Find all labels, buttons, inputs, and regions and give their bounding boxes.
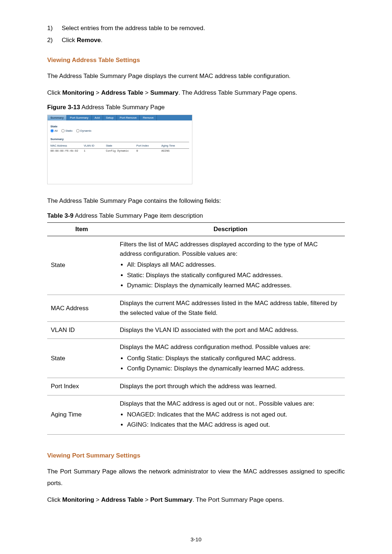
summary-label: Summary [50, 138, 189, 142]
col-vlan: VLAN ID [84, 143, 106, 149]
item-cell: Aging Time [47, 395, 116, 434]
table-row: StateFilters the list of MAC addresses d… [47, 236, 345, 295]
section-heading-viewing-port-summary: Viewing Port Summary Settings [47, 452, 345, 459]
description-cell: Displays the port through which the addr… [116, 378, 345, 395]
col-port: Port Index [136, 143, 162, 149]
radio-dynamic-input[interactable] [76, 129, 79, 132]
description-lead: Displays the VLAN ID associated with the… [120, 325, 341, 335]
radio-all[interactable]: All [50, 129, 58, 132]
item-cell: Port Index [47, 378, 116, 395]
table-row: Port IndexDisplays the port through whic… [47, 378, 345, 395]
tabs-fill [157, 115, 192, 120]
description-cell: Displays that the MAC address is aged ou… [116, 395, 345, 434]
text: . The Address Table Summary Page opens. [179, 89, 297, 96]
radio-static-label: Static [65, 129, 73, 132]
th-item: Item [47, 222, 116, 236]
tab-remove[interactable]: Remove [140, 115, 157, 120]
figure-caption: Figure 3-13 Address Table Summary Page [47, 104, 345, 111]
ui-tabs: Summary Port Summary Add Setup Port Remo… [48, 115, 192, 120]
bullet-item: NOAGED: Indicates that the MAC address i… [127, 410, 341, 419]
step-1: 1) Select entries from the address table… [47, 23, 345, 34]
summary-grid: MAC Address VLAN ID State Port Index Agi… [50, 143, 189, 153]
table-row: Aging TimeDisplays that the MAC address … [47, 395, 345, 434]
tab-setup[interactable]: Setup [103, 115, 117, 120]
document-page: 1) Select entries from the address table… [0, 0, 392, 554]
nav-monitoring: Monitoring [62, 496, 94, 503]
table-row: StateDisplays the MAC address configurat… [47, 339, 345, 378]
text: Select entries from the address table to… [62, 25, 205, 32]
description-lead: Displays the MAC address configuration m… [120, 342, 341, 352]
description-lead: Displays that the MAC address is aged ou… [120, 399, 341, 409]
cell-port: 0 [136, 149, 162, 153]
paragraph: The Address Table Summary Page displays … [47, 70, 345, 82]
tab-summary[interactable]: Summary [48, 115, 67, 120]
description-lead: Displays the current MAC addresses liste… [120, 299, 341, 318]
cell-aging: AGING [162, 149, 189, 153]
radio-all-input[interactable] [50, 129, 54, 132]
paragraph: The Address Table Summary Page contains … [47, 195, 345, 207]
step-2: 2) Click Remove. [47, 35, 345, 46]
description-table: Item Description StateFilters the list o… [47, 222, 345, 435]
description-bullets: Config Static: Displays the statically c… [120, 354, 341, 374]
table-title: Address Table Summary Page item descript… [73, 212, 203, 219]
text: Click [47, 89, 62, 96]
th-desc: Description [116, 222, 345, 236]
figure-title: Address Table Summary Page [80, 104, 165, 111]
nav-summary: Summary [150, 89, 178, 96]
step-text: Select entries from the address table to… [62, 23, 345, 34]
text-post: . [101, 37, 103, 44]
bullet-item: Config Dynamic: Displays the dynamically… [127, 364, 341, 373]
item-cell: State [47, 339, 116, 378]
step-text: Click Remove. [62, 35, 345, 46]
radio-dynamic-label: Dynamic [80, 129, 91, 132]
item-cell: MAC Address [47, 295, 116, 322]
tab-port-summary[interactable]: Port Summary [67, 115, 91, 120]
table-label: Table 3-9 [47, 212, 73, 219]
bullet-item: Dynamic: Displays the dynamically learne… [127, 281, 341, 290]
cell-mac: 00:08:08:f6:4b:92 [50, 149, 84, 153]
paragraph-breadcrumb-2: Click Monitoring > Address Table > Port … [47, 494, 345, 506]
figure-label: Figure 3-13 [47, 104, 80, 111]
remove-bold: Remove [77, 37, 101, 44]
description-lead: Filters the list of MAC addresses displa… [120, 240, 341, 259]
radio-static-input[interactable] [61, 129, 65, 132]
cell-vlan: 1 [84, 149, 106, 153]
separator: > [94, 89, 101, 96]
description-lead: Displays the port through which the addr… [120, 382, 341, 391]
bullet-item: AGING: Indicates that the MAC address is… [127, 420, 341, 430]
separator: > [94, 496, 101, 503]
paragraph: The Port Summary Page allows the network… [47, 466, 345, 489]
description-cell: Displays the current MAC addresses liste… [116, 295, 345, 322]
text: Click [47, 496, 62, 503]
paragraph-breadcrumb: Click Monitoring > Address Table > Summa… [47, 87, 345, 99]
text-pre: Click [62, 37, 77, 44]
bullet-item: All: Displays all MAC addresses. [127, 260, 341, 270]
state-label: State [50, 125, 189, 128]
step-number: 1) [47, 23, 62, 34]
state-radios: All Static Dynamic [50, 129, 189, 132]
item-cell: State [47, 236, 116, 295]
tab-add[interactable]: Add [92, 115, 103, 120]
table-row: VLAN IDDisplays the VLAN ID associated w… [47, 322, 345, 339]
tab-port-remove[interactable]: Port Remove [117, 115, 140, 120]
description-bullets: All: Displays all MAC addresses.Static: … [120, 260, 341, 290]
nav-address-table: Address Table [101, 89, 143, 96]
address-table-summary-ui: Summary Port Summary Add Setup Port Remo… [47, 115, 192, 184]
description-cell: Displays the MAC address configuration m… [116, 339, 345, 378]
radio-dynamic[interactable]: Dynamic [76, 129, 91, 132]
radio-static[interactable]: Static [61, 129, 73, 132]
table-caption: Table 3-9 Address Table Summary Page ite… [47, 212, 345, 219]
col-aging: Aging Time [162, 143, 189, 149]
item-cell: VLAN ID [47, 322, 116, 339]
nav-port-summary: Port Summary [150, 496, 192, 503]
separator: > [143, 89, 150, 96]
separator: > [143, 496, 150, 503]
nav-monitoring: Monitoring [62, 89, 94, 96]
cell-state: Config Dynamic [106, 149, 136, 153]
col-state: State [106, 143, 136, 149]
bullet-item: Static: Displays the statically configur… [127, 271, 341, 280]
step-list: 1) Select entries from the address table… [47, 23, 345, 46]
step-number: 2) [47, 35, 62, 46]
section-heading-viewing-address-table: Viewing Address Table Settings [47, 57, 345, 64]
ui-body: State All Static Dynamic Summary MAC Add… [48, 120, 192, 184]
